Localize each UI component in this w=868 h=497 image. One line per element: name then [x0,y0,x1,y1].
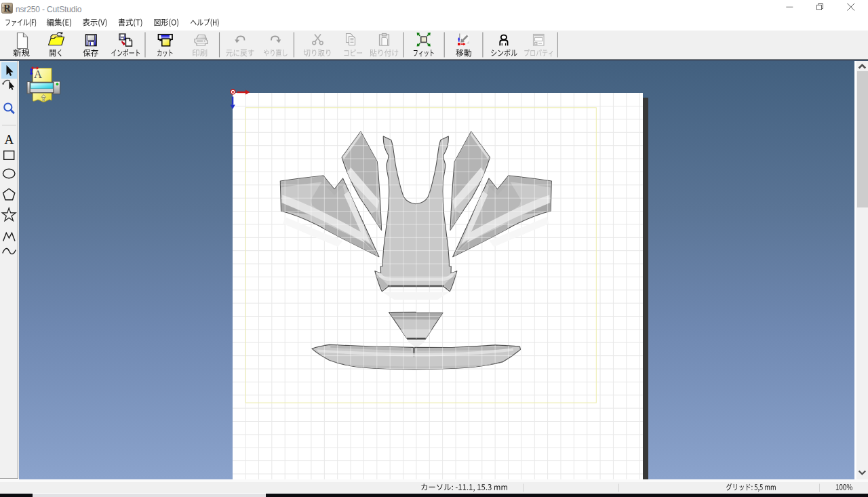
svg-text:R: R [3,3,11,14]
svg-text:A: A [5,132,14,146]
svg-text:A: A [34,68,42,81]
